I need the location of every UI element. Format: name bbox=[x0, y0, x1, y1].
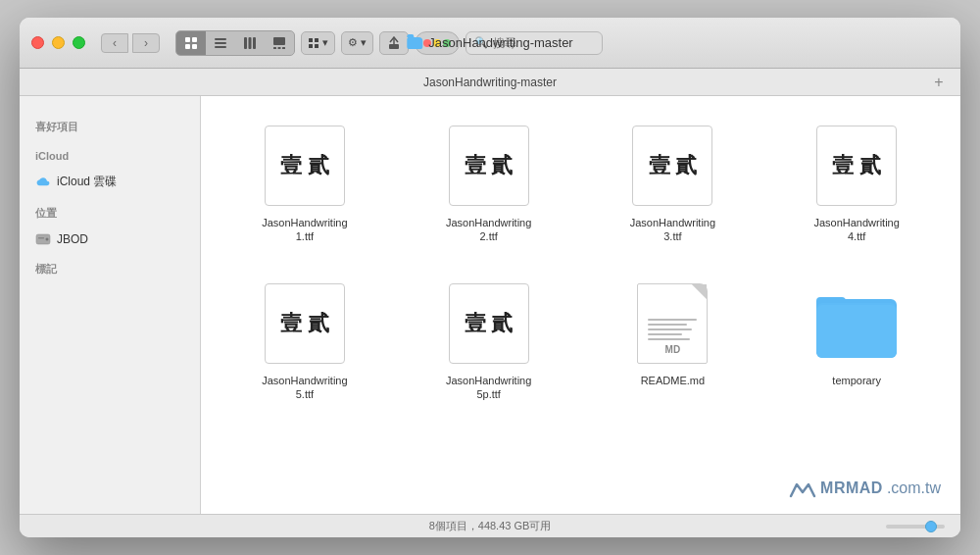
file-name-5: JasonHandwriting5.ttf bbox=[262, 374, 347, 402]
svg-rect-17 bbox=[315, 44, 318, 48]
action-dropdown[interactable]: ⚙ ▾ bbox=[341, 31, 373, 55]
add-tab-button[interactable]: + bbox=[929, 73, 949, 92]
ttf-icon-1: 壹 貳 bbox=[265, 126, 345, 206]
icloud-icon bbox=[35, 175, 51, 190]
file-name-4: JasonHandwriting4.ttf bbox=[813, 216, 899, 244]
svg-rect-4 bbox=[215, 38, 226, 40]
icloud-drive-label: iCloud 雲碟 bbox=[57, 174, 117, 190]
file-name-5p: JasonHandwriting5p.ttf bbox=[446, 374, 531, 402]
file-thumbnail bbox=[812, 279, 901, 368]
svg-point-24 bbox=[46, 238, 49, 241]
list-item[interactable]: MD README.md bbox=[589, 274, 758, 408]
brand-name: MRMAD bbox=[820, 479, 883, 497]
titlebar: ‹ › JasonHandwriting-master bbox=[20, 18, 960, 69]
nav-buttons: ‹ › bbox=[101, 33, 160, 53]
minimize-button[interactable] bbox=[52, 36, 65, 49]
svg-rect-19 bbox=[389, 44, 399, 49]
file-area: 壹 貳 JasonHandwriting1.ttf 壹 貳 JasonHandw… bbox=[201, 96, 960, 514]
zoom-slider[interactable] bbox=[886, 525, 945, 529]
window-title: JasonHandwriting-master bbox=[428, 35, 572, 50]
file-thumbnail: 壹 貳 bbox=[261, 279, 349, 368]
finder-window: ‹ › JasonHandwriting-master bbox=[20, 18, 960, 537]
folder-icon bbox=[816, 289, 897, 358]
sort-dropdown[interactable]: ▾ bbox=[301, 31, 335, 55]
view-switcher bbox=[175, 30, 295, 56]
gear-icon: ⚙ bbox=[348, 36, 358, 49]
list-item[interactable]: 壹 貳 JasonHandwriting3.ttf bbox=[589, 116, 758, 250]
pathbar-title: JasonHandwriting-master bbox=[51, 76, 929, 89]
svg-rect-14 bbox=[309, 38, 313, 42]
ttf-icon-4: 壹 貳 bbox=[816, 126, 897, 206]
window-title-area: JasonHandwriting-master bbox=[407, 35, 572, 50]
ttf-icon-2: 壹 貳 bbox=[449, 126, 529, 206]
svg-rect-29 bbox=[816, 305, 897, 358]
forward-button[interactable]: › bbox=[132, 33, 160, 53]
gallery-view-button[interactable] bbox=[265, 31, 294, 55]
drive-icon bbox=[35, 232, 51, 246]
traffic-lights bbox=[31, 36, 85, 49]
watermark: MRMAD .com.tw bbox=[789, 479, 941, 498]
file-name-1: JasonHandwriting1.ttf bbox=[262, 216, 347, 244]
ttf-icon-5: 壹 貳 bbox=[265, 283, 345, 364]
svg-rect-10 bbox=[273, 37, 285, 45]
action-arrow-icon: ▾ bbox=[361, 36, 367, 49]
close-button[interactable] bbox=[31, 36, 44, 49]
svg-rect-6 bbox=[215, 46, 226, 48]
svg-rect-5 bbox=[215, 42, 226, 44]
tags-section-title: 標記 bbox=[27, 258, 192, 280]
file-name-readme: README.md bbox=[641, 374, 705, 387]
file-name-temporary: temporary bbox=[832, 374, 881, 387]
svg-rect-1 bbox=[192, 37, 197, 42]
content-area: 喜好項目 iCloud iCloud 雲碟 位置 JBOD 標 bbox=[20, 96, 960, 514]
svg-rect-15 bbox=[315, 38, 318, 42]
locations-section-title: 位置 bbox=[27, 202, 192, 225]
sort-arrow-icon: ▾ bbox=[322, 36, 328, 49]
icloud-section-title: iCloud bbox=[27, 146, 192, 166]
sidebar-item-icloud-drive[interactable]: iCloud 雲碟 bbox=[27, 170, 192, 194]
maximize-button[interactable] bbox=[73, 36, 85, 49]
mrmad-logo-icon bbox=[789, 479, 816, 498]
svg-rect-3 bbox=[192, 44, 197, 49]
file-name-2: JasonHandwriting2.ttf bbox=[446, 216, 531, 244]
file-thumbnail: 壹 貳 bbox=[628, 122, 716, 210]
share-button[interactable] bbox=[379, 31, 409, 55]
list-item[interactable]: 壹 貳 JasonHandwriting2.ttf bbox=[405, 116, 573, 250]
file-name-3: JasonHandwriting3.ttf bbox=[630, 216, 715, 244]
icon-view-button[interactable] bbox=[176, 31, 206, 55]
md-icon: MD bbox=[637, 283, 708, 364]
file-thumbnail: 壹 貳 bbox=[261, 122, 349, 210]
ttf-icon-5p: 壹 貳 bbox=[449, 283, 529, 364]
brand-domain: .com.tw bbox=[887, 479, 941, 497]
list-item[interactable]: 壹 貳 JasonHandwriting4.ttf bbox=[772, 116, 941, 250]
file-thumbnail: MD bbox=[628, 279, 716, 368]
slider-thumb[interactable] bbox=[925, 521, 937, 532]
list-item[interactable]: temporary bbox=[772, 274, 941, 408]
list-item[interactable]: 壹 貳 JasonHandwriting5.ttf bbox=[220, 274, 389, 408]
svg-rect-9 bbox=[253, 37, 256, 49]
svg-rect-11 bbox=[273, 47, 276, 49]
sidebar-item-jbod[interactable]: JBOD bbox=[27, 228, 192, 250]
svg-rect-25 bbox=[38, 237, 44, 239]
list-item[interactable]: 壹 貳 JasonHandwriting5p.ttf bbox=[405, 274, 573, 408]
favorites-section-title: 喜好項目 bbox=[27, 116, 192, 138]
mrmad-logo: MRMAD .com.tw bbox=[789, 479, 941, 498]
statusbar: 8個項目，448.43 GB可用 bbox=[20, 514, 960, 537]
list-item[interactable]: 壹 貳 JasonHandwriting1.ttf bbox=[220, 116, 389, 250]
file-grid: 壹 貳 JasonHandwriting1.ttf 壹 貳 JasonHandw… bbox=[220, 116, 941, 407]
svg-rect-13 bbox=[282, 47, 285, 49]
column-view-button[interactable] bbox=[235, 31, 265, 55]
title-folder-icon bbox=[407, 37, 422, 49]
file-thumbnail: 壹 貳 bbox=[445, 279, 533, 368]
slider-track bbox=[886, 525, 945, 529]
svg-rect-2 bbox=[185, 44, 190, 49]
list-view-button[interactable] bbox=[206, 31, 235, 55]
file-thumbnail: 壹 貳 bbox=[812, 122, 901, 210]
md-label: MD bbox=[665, 344, 681, 355]
ttf-icon-3: 壹 貳 bbox=[632, 126, 712, 206]
svg-rect-7 bbox=[244, 37, 247, 49]
status-text: 8個項目，448.43 GB可用 bbox=[429, 519, 552, 533]
pathbar: JasonHandwriting-master + bbox=[20, 69, 960, 96]
svg-rect-16 bbox=[309, 44, 313, 48]
svg-rect-8 bbox=[249, 37, 252, 49]
back-button[interactable]: ‹ bbox=[101, 33, 128, 53]
